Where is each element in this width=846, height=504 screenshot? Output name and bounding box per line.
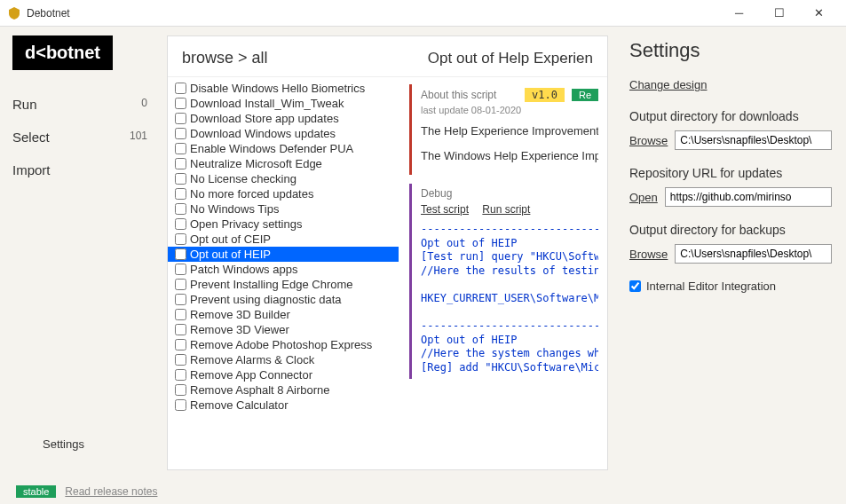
script-item[interactable]: Patch Windows apps xyxy=(168,262,399,277)
settings-title: Settings xyxy=(629,39,832,62)
script-item[interactable]: No more forced updates xyxy=(168,186,399,201)
script-checkbox[interactable] xyxy=(175,264,186,275)
script-label: Remove Adobe Photoshop Express xyxy=(190,338,372,351)
script-checkbox[interactable] xyxy=(175,218,186,230)
debug-output: ------------------------------- Opt out … xyxy=(421,223,598,375)
about-heading: About this script xyxy=(421,89,496,101)
script-label: Prevent Installing Edge Chrome xyxy=(190,278,353,291)
statusbar: stable Read release notes xyxy=(0,479,846,504)
script-item[interactable]: Enable Windows Defender PUA xyxy=(168,141,399,156)
script-label: Enable Windows Defender PUA xyxy=(190,142,353,155)
script-item[interactable]: Opt out of HEIP xyxy=(168,247,399,262)
minimize-button[interactable]: ─ xyxy=(719,0,759,27)
script-label: Opt out of CEIP xyxy=(190,232,271,246)
script-item[interactable]: Download Install_Wim_Tweak xyxy=(168,96,399,111)
app-icon xyxy=(7,6,21,20)
script-label: No Windows Tips xyxy=(190,202,279,216)
script-checkbox[interactable] xyxy=(175,173,186,185)
script-label: Download Windows updates xyxy=(190,127,336,140)
script-item[interactable]: Remove Adobe Photoshop Express xyxy=(168,337,399,352)
nav-select[interactable]: Select 101 xyxy=(12,121,147,154)
script-checkbox[interactable] xyxy=(175,279,186,290)
script-checkbox[interactable] xyxy=(175,294,186,305)
repo-url-input[interactable] xyxy=(665,187,832,207)
script-list[interactable]: Disable Windows Hello BiometricsDownload… xyxy=(168,77,399,469)
editor-integration-checkbox[interactable] xyxy=(629,280,641,292)
close-button[interactable]: ✕ xyxy=(799,0,839,27)
open-repo-link[interactable]: Open xyxy=(629,191,658,204)
script-label: Download Install_Wim_Tweak xyxy=(190,97,344,110)
output-backups-input[interactable] xyxy=(675,244,832,264)
script-item[interactable]: Download Store app updates xyxy=(168,111,399,126)
app-logo: d<botnet xyxy=(12,35,113,70)
script-label: Prevent using diagnostic data xyxy=(190,293,342,306)
nav-settings[interactable]: Settings xyxy=(43,437,84,451)
script-checkbox[interactable] xyxy=(175,324,186,335)
script-item[interactable]: No License checking xyxy=(168,171,399,186)
change-design-link[interactable]: Change design xyxy=(629,78,707,91)
script-item[interactable]: Remove 3D Builder xyxy=(168,307,399,322)
script-checkbox[interactable] xyxy=(175,143,186,154)
script-item[interactable]: Remove 3D Viewer xyxy=(168,322,399,337)
script-checkbox[interactable] xyxy=(175,233,186,245)
script-item[interactable]: Prevent Installing Edge Chrome xyxy=(168,277,399,292)
script-checkbox[interactable] xyxy=(175,354,186,366)
script-item[interactable]: Remove Alarms & Clock xyxy=(168,352,399,367)
output-downloads-input[interactable] xyxy=(675,130,832,150)
about-p2: The Windows Help Experience Impr disable… xyxy=(421,147,598,165)
debug-panel: Debug Test script Run script -----------… xyxy=(409,184,607,379)
script-label: Open Privacy settings xyxy=(190,217,302,231)
script-item[interactable]: Neutralize Microsoft Edge xyxy=(168,156,399,171)
nav-import[interactable]: Import xyxy=(12,154,147,186)
script-label: Remove Asphalt 8 Airborne xyxy=(190,383,330,397)
script-checkbox[interactable] xyxy=(175,339,186,350)
stable-badge: stable xyxy=(16,485,56,498)
script-checkbox[interactable] xyxy=(175,309,186,320)
script-checkbox[interactable] xyxy=(175,83,186,94)
script-item[interactable]: Remove Asphalt 8 Airborne xyxy=(168,382,399,398)
output-backups-label: Output directory for backups xyxy=(629,223,832,237)
script-checkbox[interactable] xyxy=(175,98,186,109)
script-item[interactable]: Download Windows updates xyxy=(168,126,399,141)
script-label: No License checking xyxy=(190,172,296,185)
script-label: Remove Calculator xyxy=(190,398,289,412)
window-title: Debotnet xyxy=(27,7,719,20)
maximize-button[interactable]: ☐ xyxy=(759,0,799,27)
status-badge: Re xyxy=(572,89,598,101)
script-item[interactable]: Prevent using diagnostic data xyxy=(168,292,399,307)
script-checkbox[interactable] xyxy=(175,113,186,124)
editor-integration-label: Internal Editor Integration xyxy=(646,280,776,293)
script-checkbox[interactable] xyxy=(175,384,186,396)
script-label: Disable Windows Hello Biometrics xyxy=(190,82,365,95)
test-script-link[interactable]: Test script xyxy=(421,203,469,216)
script-item[interactable]: Disable Windows Hello Biometrics xyxy=(168,81,399,96)
repo-url-label: Repository URL for updates xyxy=(629,166,832,180)
script-item[interactable]: Remove Calculator xyxy=(168,398,399,413)
page-title: Opt out of Help Experien xyxy=(428,50,593,67)
script-checkbox[interactable] xyxy=(175,369,186,381)
breadcrumb-path: browse > all xyxy=(182,49,268,67)
script-item[interactable]: Open Privacy settings xyxy=(168,217,399,232)
release-notes-link[interactable]: Read release notes xyxy=(65,485,157,498)
script-checkbox[interactable] xyxy=(175,203,186,215)
nav-run[interactable]: Run 0 xyxy=(12,88,147,121)
titlebar: Debotnet ─ ☐ ✕ xyxy=(0,0,846,27)
script-item[interactable]: Opt out of CEIP xyxy=(168,232,399,247)
script-label: Opt out of HEIP xyxy=(190,248,271,261)
script-checkbox[interactable] xyxy=(175,248,186,260)
script-label: Remove App Connector xyxy=(190,368,312,382)
run-script-link[interactable]: Run script xyxy=(482,203,530,216)
script-item[interactable]: No Windows Tips xyxy=(168,201,399,217)
script-checkbox[interactable] xyxy=(175,128,186,139)
version-badge: v1.0 xyxy=(525,88,565,102)
script-item[interactable]: Remove App Connector xyxy=(168,367,399,382)
script-checkbox[interactable] xyxy=(175,399,186,411)
output-downloads-label: Output directory for downloads xyxy=(629,109,832,123)
settings-panel: Settings Change design Output directory … xyxy=(615,27,846,479)
script-label: Download Store app updates xyxy=(190,112,339,125)
script-checkbox[interactable] xyxy=(175,158,186,169)
browse-backups-link[interactable]: Browse xyxy=(629,248,668,261)
about-p1: The Help Experience Improvement to Micro… xyxy=(421,122,598,140)
script-checkbox[interactable] xyxy=(175,188,186,200)
browse-downloads-link[interactable]: Browse xyxy=(629,134,668,147)
